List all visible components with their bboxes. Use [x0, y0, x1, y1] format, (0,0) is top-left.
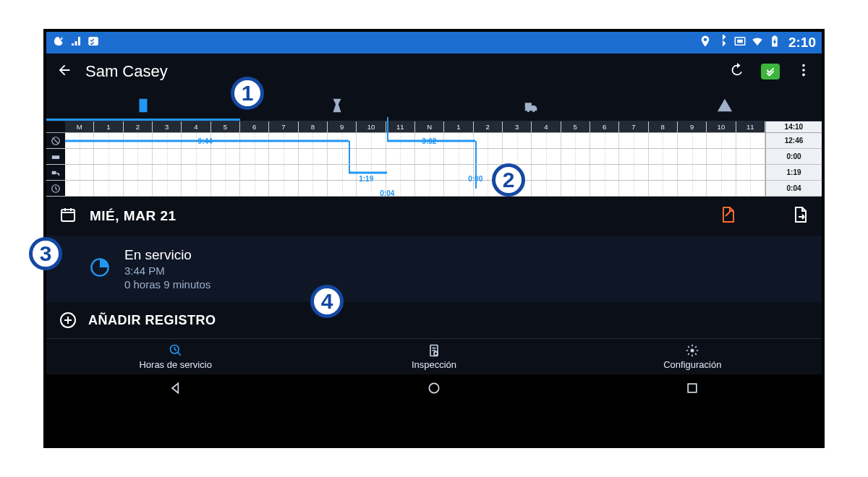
android-nav-bar	[46, 374, 822, 402]
svg-point-14	[434, 352, 438, 356]
tab-clocks[interactable]	[240, 90, 434, 121]
callout-2: 2	[492, 163, 525, 197]
hos-tab-row	[46, 90, 822, 121]
nav-back[interactable]	[46, 374, 305, 402]
android-status-bar: 2:10	[46, 32, 822, 53]
bottom-tab-label: Inspección	[412, 359, 456, 370]
hos-timeline-grid: M1 23 45 67 89 1011 N1 23 45 67 89 1011 …	[46, 121, 822, 197]
timeline-hour-header: M1 23 45 67 89 1011 N1 23 45 67 89 1011 …	[46, 121, 822, 133]
sync-mic-icon	[52, 35, 65, 51]
overflow-menu-button[interactable]	[796, 62, 812, 81]
entry-status: En servicio	[124, 247, 210, 263]
svg-rect-17	[688, 384, 697, 392]
svg-rect-7	[52, 155, 60, 159]
timeline-row-on-duty[interactable]: 0:04 0:04	[46, 181, 822, 197]
no-signal-icon	[69, 35, 82, 51]
entry-time: 3:44 PM	[124, 265, 165, 277]
export-log-button[interactable]	[791, 206, 809, 226]
date-label: MIÉ, MAR 21	[90, 208, 706, 224]
bluetooth-icon	[716, 35, 729, 51]
device-screen: 2:10 Sam Casey M1 23 45 67 89 1011 N1	[43, 29, 825, 448]
location-icon	[699, 35, 712, 51]
on-duty-clock-icon	[90, 257, 110, 280]
eld-box-icon	[733, 35, 746, 51]
svg-point-16	[429, 383, 438, 392]
calendar-icon[interactable]	[59, 206, 77, 226]
callout-4: 4	[310, 285, 344, 318]
segment-label: 9:44	[198, 137, 213, 145]
compliance-badge[interactable]	[761, 64, 780, 80]
certify-log-button[interactable]	[719, 206, 736, 226]
row-total: 0:00	[765, 149, 822, 164]
tab-vehicle[interactable]	[434, 90, 628, 121]
timeline-row-off-duty[interactable]: 9:44 3:02 12:46	[46, 133, 822, 149]
bottom-tab-label: Configuración	[663, 359, 721, 370]
timeline-row-sleeper[interactable]: 0:00	[46, 149, 822, 165]
segment-label: 3:02	[422, 137, 436, 145]
segment-label: 0:04	[380, 189, 394, 197]
svg-point-4	[802, 69, 805, 72]
bottom-tab-hos[interactable]: Horas de servicio	[46, 339, 305, 374]
driver-name: Sam Casey	[85, 62, 716, 81]
nav-recent[interactable]	[563, 374, 822, 402]
battery-charging-icon	[768, 35, 781, 51]
date-bar: MIÉ, MAR 21	[46, 197, 822, 236]
status-clock: 2:10	[788, 35, 816, 51]
refresh-button[interactable]	[729, 62, 745, 81]
add-record-label: AÑADIR REGISTRO	[88, 313, 216, 328]
wifi-icon	[751, 35, 764, 51]
back-button[interactable]	[56, 62, 72, 81]
checklist-icon	[87, 35, 100, 51]
entry-duration: 0 horas 9 minutos	[124, 278, 210, 291]
tab-logs[interactable]	[46, 90, 240, 121]
svg-point-5	[802, 74, 805, 77]
svg-rect-0	[88, 37, 98, 46]
callout-1: 1	[231, 77, 264, 110]
bottom-tab-bar: Horas de servicio Inspección Configuraci…	[46, 338, 822, 374]
duty-status-entry[interactable]: En servicio 3:44 PM 0 horas 9 minutos	[46, 236, 822, 302]
callout-3: 3	[29, 237, 62, 270]
app-title-bar: Sam Casey	[46, 53, 822, 90]
bottom-tab-inspection[interactable]: Inspección	[305, 339, 563, 374]
timeline-row-driving[interactable]: 1:19 0:00 1:19	[46, 165, 822, 181]
add-record-button[interactable]: AÑADIR REGISTRO	[46, 302, 822, 338]
row-total: 1:19	[765, 165, 822, 180]
bottom-tab-settings[interactable]: Configuración	[563, 339, 822, 374]
row-total: 0:04	[765, 181, 822, 196]
nav-home[interactable]	[305, 374, 563, 402]
bottom-tab-label: Horas de servicio	[139, 359, 211, 370]
row-total: 12:46	[765, 133, 822, 148]
svg-point-15	[691, 349, 694, 353]
svg-point-3	[802, 64, 805, 67]
timeline-total-header: 14:10	[765, 121, 822, 132]
svg-rect-9	[61, 210, 75, 221]
tab-alerts[interactable]	[628, 90, 822, 121]
svg-rect-2	[737, 39, 743, 43]
